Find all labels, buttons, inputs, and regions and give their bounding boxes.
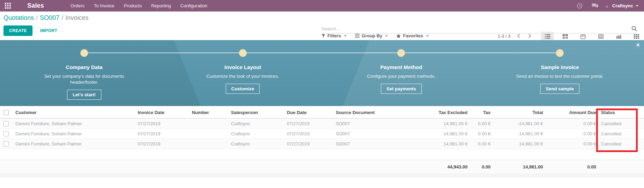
breadcrumb-separator: /: [34, 14, 40, 21]
cell-invoice-date[interactable]: 07/27/2019: [136, 139, 190, 149]
totals-row: 44,943.00 0.00 14,981.00 0.00: [0, 160, 644, 174]
list-view-button[interactable]: [541, 32, 554, 41]
lets-start-button[interactable]: Let's start!: [67, 90, 101, 100]
menu-orders[interactable]: Orders: [71, 0, 85, 12]
cell-salesperson[interactable]: Craftsync: [230, 129, 285, 139]
menu-reporting[interactable]: Reporting: [151, 0, 171, 12]
cell-tax[interactable]: 0.00 €: [469, 129, 492, 139]
cell-customer[interactable]: Gemini Furniture, Soham Palmer: [14, 119, 136, 129]
pager-next-icon[interactable]: [527, 33, 533, 39]
search-input[interactable]: [321, 26, 631, 31]
step-description: Send an invoice to test the customer por…: [516, 73, 603, 79]
cell-customer[interactable]: Gemini Furniture, Soham Palmer: [14, 139, 136, 149]
cell-source-document[interactable]: SO007: [334, 139, 389, 149]
table-row[interactable]: Gemini Furniture, Soham Palmer 07/27/201…: [0, 119, 644, 129]
breadcrumb-separator: /: [59, 14, 65, 21]
cell-tax-excluded[interactable]: 14,981.00 €: [389, 129, 469, 139]
user-name: Craftsync: [612, 3, 633, 8]
header-status[interactable]: Status: [598, 106, 644, 119]
row-checkbox[interactable]: [3, 121, 9, 126]
user-menu[interactable]: Craftsync: [604, 3, 638, 9]
filters-button[interactable]: Filters: [321, 33, 347, 38]
cell-due-date[interactable]: 07/27/2019: [285, 119, 334, 129]
row-checkbox[interactable]: [3, 141, 9, 146]
total-tax-excluded: 44,943.00: [389, 160, 469, 174]
cell-amount-due[interactable]: 0.00 €: [544, 139, 598, 149]
cell-status[interactable]: Cancelled: [598, 129, 644, 139]
table-row[interactable]: Gemini Furniture, Soham Palmer 07/27/201…: [0, 129, 644, 139]
sales-invoices-page: Sales Orders To Invoice Products Reporti…: [0, 0, 644, 188]
header-amount-due[interactable]: Amount Due: [544, 106, 598, 119]
cell-number[interactable]: [190, 139, 230, 149]
cell-number[interactable]: [190, 119, 230, 129]
header-tax-excluded[interactable]: Tax Excluded: [389, 106, 469, 119]
cell-salesperson[interactable]: Craftsync: [230, 139, 285, 149]
header-salesperson[interactable]: Salesperson: [230, 106, 285, 119]
calendar-view-button[interactable]: [577, 32, 589, 41]
header-total[interactable]: Total: [492, 106, 544, 119]
cell-tax[interactable]: 0.00 €: [469, 139, 492, 149]
graph-view-button[interactable]: [612, 32, 625, 41]
company-logo: [604, 3, 610, 9]
row-checkbox[interactable]: [3, 131, 9, 136]
favorites-star-icon: [396, 34, 401, 38]
search-icon[interactable]: [631, 26, 638, 31]
customize-button[interactable]: Customize: [226, 84, 260, 94]
header-tax[interactable]: Tax: [469, 106, 492, 119]
apps-menu-icon[interactable]: [0, 0, 15, 12]
cell-invoice-date[interactable]: 07/27/2019: [136, 129, 190, 139]
cell-due-date[interactable]: 07/27/2019: [285, 139, 334, 149]
import-button[interactable]: IMPORT: [40, 28, 57, 33]
group-by-button[interactable]: Group By: [355, 33, 388, 38]
header-invoice-date[interactable]: Invoice Date: [136, 106, 190, 119]
menu-products[interactable]: Products: [124, 0, 142, 12]
pager-previous-icon[interactable]: [515, 33, 522, 39]
cell-amount-due[interactable]: 0.00 €: [544, 129, 598, 139]
grid-view-button[interactable]: [630, 32, 643, 41]
cell-status[interactable]: Cancelled: [598, 139, 644, 149]
header-source-document[interactable]: Source Document: [334, 106, 389, 119]
set-payments-button[interactable]: Set payments: [381, 84, 422, 94]
send-sample-button[interactable]: Send sample: [540, 84, 579, 94]
kanban-view-button[interactable]: [559, 32, 572, 41]
cell-total[interactable]: 14,981.00 €: [492, 139, 544, 149]
total-total: 14,981.00: [492, 160, 544, 174]
breadcrumb: Quotations/SO007/Invoices: [3, 14, 88, 22]
cell-tax[interactable]: 0.00 €: [469, 119, 492, 129]
app-brand-title[interactable]: Sales: [27, 2, 44, 9]
menu-to-invoice[interactable]: To Invoice: [94, 0, 115, 12]
header-customer[interactable]: Customer: [14, 106, 136, 119]
cell-due-date[interactable]: 07/27/2019: [285, 129, 334, 139]
breadcrumb-so007[interactable]: SO007: [40, 14, 59, 21]
cell-customer[interactable]: Gemini Furniture, Soham Palmer: [14, 129, 136, 139]
banner-close-icon[interactable]: ×: [636, 41, 640, 50]
cell-tax-excluded[interactable]: 14,981.00 €: [389, 139, 469, 149]
chevron-down-icon: [385, 35, 388, 37]
cell-tax-excluded[interactable]: 14,981.00 €: [389, 119, 469, 129]
control-panel: Quotations/SO007/Invoices CREATE IMPORT …: [0, 12, 644, 40]
favorites-button[interactable]: Favorites: [396, 33, 429, 38]
cell-salesperson[interactable]: Craftsync: [230, 119, 285, 129]
cell-source-document[interactable]: SO007: [334, 119, 389, 129]
table-row[interactable]: Gemini Furniture, Soham Palmer 07/27/201…: [0, 139, 644, 149]
activities-clock-icon[interactable]: [573, 0, 586, 12]
cell-number[interactable]: [190, 129, 230, 139]
breadcrumb-current-invoices: Invoices: [65, 14, 88, 21]
menu-configuration[interactable]: Configuration: [180, 0, 207, 12]
filters-label: Filters: [327, 33, 341, 38]
header-due-date[interactable]: Due Date: [285, 106, 334, 119]
select-all-checkbox[interactable]: [3, 110, 9, 115]
messages-chat-icon[interactable]: [589, 0, 601, 12]
cell-invoice-date[interactable]: 07/27/2019: [136, 119, 190, 129]
breadcrumb-quotations[interactable]: Quotations: [3, 14, 34, 21]
create-button[interactable]: CREATE: [3, 25, 32, 36]
cell-total[interactable]: -14,981.00 €: [492, 119, 544, 129]
onboarding-step-payment-method: Payment Method Configure your payment me…: [322, 40, 481, 106]
cell-amount-due[interactable]: 0.00 €: [544, 119, 598, 129]
header-number[interactable]: Number: [190, 106, 230, 119]
cell-status[interactable]: Cancelled: [598, 119, 644, 129]
chevron-down-icon: [426, 35, 429, 37]
cell-total[interactable]: 14,981.00 €: [492, 129, 544, 139]
cell-source-document[interactable]: SO007: [334, 129, 389, 139]
pivot-view-button[interactable]: [594, 32, 607, 41]
